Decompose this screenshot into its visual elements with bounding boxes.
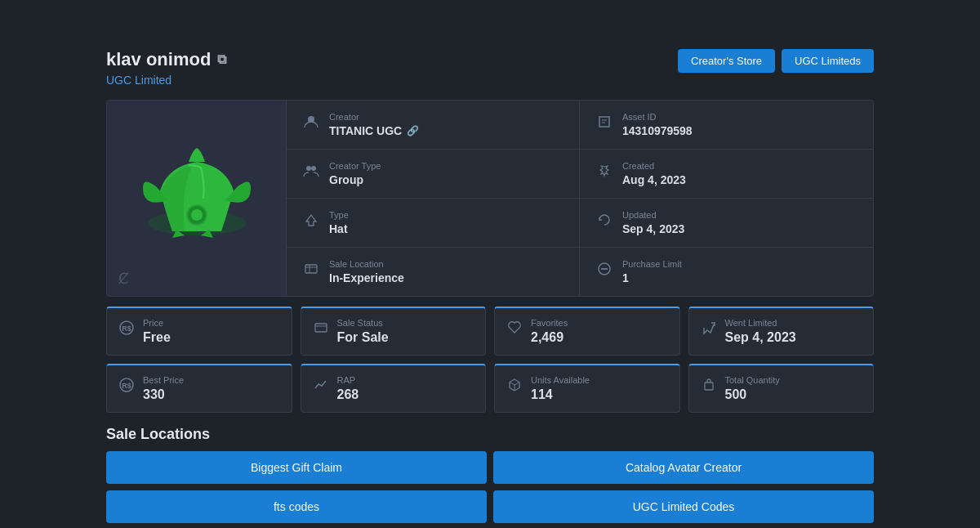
- svg-point-4: [306, 166, 311, 171]
- stat-went-limited: Went Limited Sep 4, 2023: [688, 307, 875, 356]
- sale-locations-grid: Biggest Gift Claim Catalog Avatar Creato…: [106, 451, 874, 523]
- rap-content: RAP 268: [337, 375, 359, 402]
- asset-id-label: Asset ID: [622, 112, 693, 122]
- best-price-content: Best Price 330: [143, 375, 184, 402]
- price-label: Price: [143, 318, 171, 328]
- sale-location-label: Sale Location: [329, 259, 404, 269]
- creator-content: Creator TITANIC UGC 🔗: [329, 112, 419, 137]
- creator-type-value: Group: [329, 173, 381, 186]
- stat-total-quantity: Total Quantity 500: [688, 364, 875, 413]
- info-cell-creator-type: Creator Type Group: [287, 150, 580, 199]
- total-quantity-icon: [701, 377, 717, 397]
- ugc-limiteds-button[interactable]: UGC Limiteds: [782, 49, 874, 73]
- creator-label: Creator: [329, 112, 419, 122]
- price-value: Free: [143, 330, 171, 345]
- stat-units-available: Units Available 114: [494, 364, 680, 413]
- sale-location-icon: [303, 261, 319, 281]
- item-name-text: klav onimod: [106, 49, 211, 70]
- units-available-icon: [506, 377, 523, 397]
- price-icon: R$: [118, 320, 135, 340]
- updated-label: Updated: [622, 210, 684, 220]
- creator-icon: [303, 114, 319, 134]
- units-available-content: Units Available 114: [531, 375, 590, 402]
- creator-link-icon[interactable]: 🔗: [407, 125, 419, 136]
- sale-location-biggest-gift-claim[interactable]: Biggest Gift Claim: [106, 451, 487, 484]
- created-content: Created Aug 4, 2023: [622, 161, 686, 186]
- updated-value: Sep 4, 2023: [622, 222, 684, 235]
- sale-status-icon: [313, 320, 329, 340]
- svg-point-2: [191, 209, 203, 221]
- watermark: Ȼ: [118, 270, 129, 288]
- info-cell-purchase-limit: Purchase Limit 1: [580, 248, 873, 296]
- went-limited-content: Went Limited Sep 4, 2023: [725, 318, 796, 345]
- sale-location-ugc-limited-codes[interactable]: UGC Limited Codes: [493, 490, 874, 523]
- stats-row-1: R$ Price Free Sale Status For Sale Favor…: [106, 307, 874, 356]
- info-cell-type: Type Hat: [287, 199, 580, 248]
- updated-content: Updated Sep 4, 2023: [622, 210, 684, 235]
- svg-point-5: [311, 166, 316, 171]
- item-title: klav onimod ⧉: [106, 49, 226, 70]
- purchase-limit-content: Purchase Limit 1: [622, 259, 682, 284]
- svg-rect-10: [315, 324, 327, 332]
- sale-status-label: Sale Status: [337, 318, 389, 328]
- price-content: Price Free: [143, 318, 171, 345]
- sale-status-content: Sale Status For Sale: [337, 318, 389, 345]
- type-label: Type: [329, 210, 349, 220]
- page-header: klav onimod ⧉ UGC Limited Creator's Stor…: [106, 49, 874, 87]
- stats-row-2: R$ Best Price 330 RAP 268 Units Availabl…: [106, 364, 874, 413]
- external-link-icon[interactable]: ⧉: [217, 52, 226, 67]
- info-cell-creator: Creator TITANIC UGC 🔗: [287, 101, 580, 150]
- info-cell-asset-id: Asset ID 14310979598: [580, 101, 873, 150]
- asset-id-content: Asset ID 14310979598: [622, 112, 693, 137]
- creators-store-button[interactable]: Creator's Store: [678, 49, 775, 73]
- sale-location-fts-codes[interactable]: fts codes: [106, 490, 487, 523]
- favorites-content: Favorites 2,469: [531, 318, 568, 345]
- type-icon: [303, 212, 319, 232]
- went-limited-label: Went Limited: [725, 318, 796, 328]
- type-content: Type Hat: [329, 210, 349, 235]
- rap-icon: [313, 377, 329, 397]
- creator-type-content: Creator Type Group: [329, 161, 381, 186]
- asset-id-icon: [596, 114, 612, 134]
- created-value: Aug 4, 2023: [622, 173, 686, 186]
- creator-type-label: Creator Type: [329, 161, 381, 171]
- item-svg: [131, 141, 262, 256]
- sale-location-content: Sale Location In-Experience: [329, 259, 404, 284]
- info-grid: Creator TITANIC UGC 🔗 Asset ID 143109795…: [287, 101, 873, 296]
- best-price-label: Best Price: [143, 375, 184, 385]
- units-available-value: 114: [531, 387, 590, 402]
- updated-icon: [596, 212, 612, 232]
- stat-sale-status: Sale Status For Sale: [301, 307, 487, 356]
- item-subtitle: UGC Limited: [106, 74, 226, 87]
- total-quantity-label: Total Quantity: [725, 375, 780, 385]
- info-cell-updated: Updated Sep 4, 2023: [580, 199, 873, 248]
- sale-location-catalog-avatar-creator[interactable]: Catalog Avatar Creator: [493, 451, 874, 484]
- purchase-limit-value: 1: [622, 271, 682, 284]
- favorites-label: Favorites: [531, 318, 568, 328]
- sale-locations-title: Sale Locations: [106, 426, 874, 443]
- type-value: Hat: [329, 222, 349, 235]
- svg-text:R$: R$: [122, 324, 131, 333]
- purchase-limit-icon: [596, 261, 612, 281]
- total-quantity-content: Total Quantity 500: [725, 375, 780, 402]
- best-price-value: 330: [143, 387, 184, 402]
- rap-value: 268: [337, 387, 359, 402]
- svg-rect-6: [305, 265, 317, 273]
- went-limited-value: Sep 4, 2023: [725, 330, 796, 345]
- info-cell-created: Created Aug 4, 2023: [580, 150, 873, 199]
- total-quantity-value: 500: [725, 387, 780, 402]
- creator-type-icon: [303, 163, 319, 183]
- title-section: klav onimod ⧉ UGC Limited: [106, 49, 226, 87]
- units-available-label: Units Available: [531, 375, 590, 385]
- creator-value: TITANIC UGC 🔗: [329, 124, 419, 137]
- item-image: [123, 133, 270, 264]
- sale-location-value: In-Experience: [329, 271, 404, 284]
- info-card: Ȼ Creator TITANIC UGC 🔗: [106, 100, 874, 297]
- svg-rect-13: [705, 383, 713, 390]
- asset-id-value: 14310979598: [622, 124, 693, 137]
- svg-text:R$: R$: [122, 382, 131, 390]
- rap-label: RAP: [337, 375, 359, 385]
- purchase-limit-label: Purchase Limit: [622, 259, 682, 269]
- item-image-area: Ȼ: [107, 101, 287, 296]
- stat-price: R$ Price Free: [106, 307, 292, 356]
